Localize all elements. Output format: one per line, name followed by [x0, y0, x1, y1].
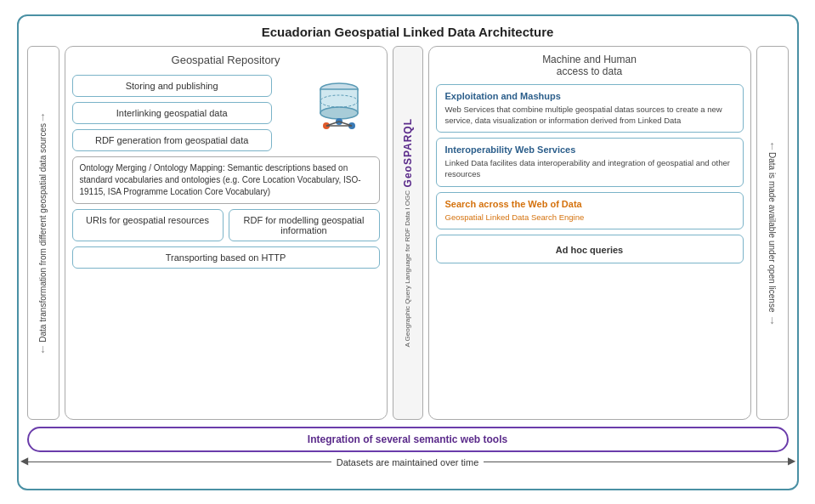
interoperability-box: Interoperability Web Services Linked Dat… [436, 138, 744, 187]
svg-point-2 [320, 107, 358, 119]
geo-repo-title: Geospatial Repository [72, 54, 380, 66]
right-arrow-up-icon: ↑ [769, 139, 775, 152]
search-box: Search across the Web of Data Geospatial… [436, 192, 744, 229]
interlinking-box: Interlinking geospatial data [72, 102, 272, 124]
main-container: Ecuadorian Geospatial Linked Data Archit… [17, 14, 799, 490]
right-arrow-down-icon: ↓ [769, 313, 775, 326]
uri-box: URIs for geospatial resources [72, 209, 224, 241]
right-label: ↑ Data is made available under open lice… [756, 46, 789, 420]
geosparql-sub-text: A Geographic Query Language for RDF Data… [404, 190, 411, 348]
uri-rdf-row: URIs for geospatial resources RDF for mo… [72, 209, 380, 241]
exploitation-box: Exploitation and Mashups Web Services th… [436, 84, 744, 133]
left-arrow-up-icon: ↑ [40, 110, 46, 123]
database-icon [309, 79, 369, 134]
geosparql-col: GeoSPARQL A Geographic Query Language fo… [393, 46, 423, 420]
left-arrow-down-icon: ↓ [40, 342, 46, 355]
ontology-box: Ontology Merging / Ontology Mapping: Sem… [72, 156, 380, 204]
right-panel-title: Machine and Human access to data [436, 54, 744, 77]
interoperability-text: Linked Data facilites data interoperabil… [445, 157, 734, 180]
database-icon-area [305, 77, 373, 137]
right-panel: Machine and Human access to data Exploit… [428, 46, 751, 420]
bottom-section: Integration of several semantic web tool… [27, 427, 789, 467]
datasets-text: Datasets are maintained over time [337, 457, 479, 467]
integration-box: Integration of several semantic web tool… [27, 427, 789, 452]
adhoc-box: Ad hoc queries [436, 235, 744, 263]
exploitation-text: Web Services that combine multiple geosp… [445, 104, 734, 127]
geo-repo-box: Geospatial Repository [65, 46, 388, 420]
search-text: Geospatial Linked Data Search Engine [445, 212, 734, 223]
geosparql-main-text: GeoSPARQL [402, 118, 414, 187]
storing-publishing-box: Storing and publishing [72, 75, 272, 97]
adhoc-title: Ad hoc queries [556, 245, 623, 255]
exploitation-title: Exploitation and Mashups [445, 91, 734, 101]
rdf-generation-box: RDF generation from geospatial data [72, 129, 272, 151]
left-arrow-line [27, 462, 331, 462]
transporting-box: Transporting based on HTTP [72, 246, 380, 269]
left-label: ↑ Data transformation from different geo… [27, 46, 59, 420]
search-title: Search across the Web of Data [445, 199, 734, 209]
content-row: ↑ Data transformation from different geo… [27, 46, 789, 420]
right-label-text: Data is made available under open licens… [767, 152, 778, 312]
left-label-text: Data transformation from different geosp… [37, 123, 48, 343]
right-arrow-line [484, 462, 788, 462]
datasets-row: Datasets are maintained over time [27, 457, 789, 467]
interoperability-title: Interoperability Web Services [445, 144, 734, 155]
rdf-modelling-box: RDF for modelling geospatial information [229, 209, 380, 241]
main-title: Ecuadorian Geospatial Linked Data Archit… [27, 25, 789, 39]
